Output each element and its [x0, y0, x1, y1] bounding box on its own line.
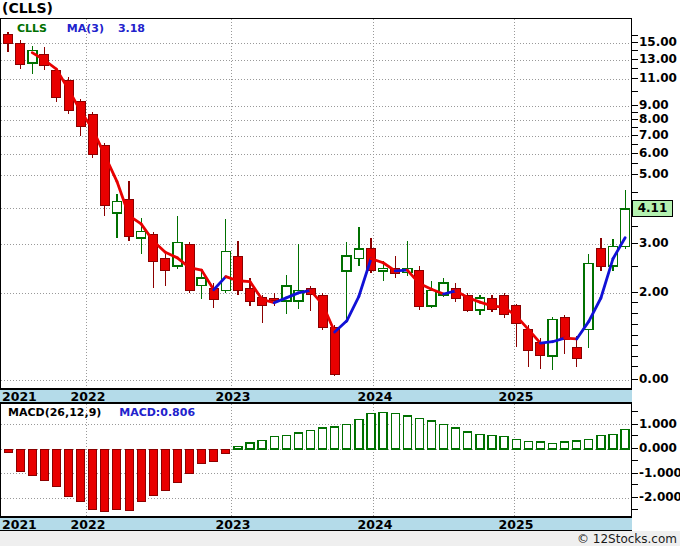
candle-body — [342, 256, 351, 271]
x-axis-band-top: 20212022202320242025 — [0, 389, 632, 403]
macd-bar — [452, 428, 460, 449]
axis-tick — [632, 460, 638, 461]
candle-body — [548, 320, 557, 356]
candle-body — [221, 251, 230, 290]
macd-bar — [573, 441, 581, 449]
watermark-link[interactable]: © 12Stocks.com — [577, 532, 677, 546]
ma-line-segment — [359, 259, 371, 297]
candlestick — [28, 46, 37, 74]
macd-bar — [28, 449, 36, 476]
candlestick — [572, 336, 581, 367]
candle-body — [427, 291, 436, 306]
candle-body — [161, 259, 170, 271]
candlestick — [512, 304, 521, 347]
candle-body — [246, 288, 255, 302]
macd-bar — [210, 449, 218, 461]
axis-tick — [632, 302, 638, 303]
macd-bar — [476, 434, 484, 449]
candlestick — [282, 275, 291, 314]
axis-tick — [632, 313, 638, 314]
price-chart-panel: CLLS MA(3) 3.18 — [0, 18, 632, 389]
macd-bar — [331, 427, 339, 449]
macd-axis-label: 0.000 — [639, 442, 677, 454]
price-axis-label: 13.00 — [639, 53, 677, 65]
price-axis-label: 6.00 — [639, 147, 669, 159]
axis-tick — [632, 50, 638, 51]
macd-bar — [367, 413, 375, 449]
macd-bar — [234, 447, 242, 449]
macd-bar — [391, 413, 399, 449]
ma-line-segment — [395, 270, 407, 271]
price-chart-svg — [1, 19, 631, 388]
macd-bar — [173, 449, 181, 482]
macd-bar — [549, 444, 557, 449]
candlestick — [233, 241, 242, 295]
price-axis-label: 11.00 — [639, 72, 677, 84]
axis-tick — [632, 135, 638, 136]
macd-axis-label: -1.000 — [639, 467, 680, 479]
macd-bar — [125, 449, 133, 510]
macd-bar — [561, 442, 569, 449]
candlestick — [584, 254, 593, 349]
candlestick — [560, 315, 569, 354]
candle-body — [330, 328, 339, 375]
macd-bar — [137, 449, 145, 502]
axis-tick — [632, 105, 638, 106]
axis-tick — [632, 78, 638, 79]
axis-tick — [632, 345, 638, 346]
candle-body — [379, 269, 388, 271]
macd-bar — [77, 449, 85, 502]
macd-bar — [270, 437, 278, 449]
price-axis-label: 9.00 — [639, 99, 669, 111]
axis-tick — [632, 366, 638, 367]
x-axis-year-label: 2022 — [71, 390, 106, 403]
axis-tick — [632, 144, 638, 145]
axis-tick — [632, 435, 638, 436]
macd-bar — [512, 439, 520, 449]
macd-bar — [464, 432, 472, 449]
axis-tick — [632, 35, 638, 36]
candle-body — [16, 43, 25, 65]
axis-tick — [632, 335, 638, 336]
x-axis-year-label: 2025 — [499, 390, 534, 403]
axis-tick — [632, 411, 638, 412]
macd-bar — [343, 425, 351, 450]
ma-line-segment — [565, 338, 577, 339]
macd-bar — [524, 442, 532, 449]
candlestick — [112, 194, 121, 238]
candle-body — [596, 249, 605, 266]
macd-bar — [246, 443, 254, 449]
axis-tick — [632, 91, 638, 92]
axis-tick — [632, 473, 638, 474]
axis-tick — [632, 509, 638, 510]
macd-bar — [319, 428, 327, 449]
x-axis-year-label: 2022 — [71, 518, 106, 531]
axis-tick — [632, 127, 638, 128]
axis-tick — [632, 448, 638, 449]
price-axis-label: 3.00 — [639, 237, 669, 249]
macd-bar — [536, 442, 544, 449]
price-axis-label: 5.00 — [639, 168, 669, 180]
macd-bar — [403, 416, 411, 449]
x-axis-year-label: 2024 — [358, 518, 393, 531]
axis-tick — [632, 174, 638, 175]
macd-bar — [89, 449, 97, 509]
price-axis-label: 8.00 — [639, 113, 669, 125]
price-axis-label: 7.00 — [639, 129, 669, 141]
candle-body — [137, 232, 146, 238]
macd-bar — [282, 436, 290, 449]
candlestick — [161, 254, 170, 286]
axis-tick — [632, 266, 638, 267]
axis-tick — [632, 226, 638, 227]
price-axis-label: 0.00 — [639, 373, 669, 385]
legend-symbol: CLLS — [17, 22, 47, 35]
chart-legend: CLLS MA(3) 3.18 — [17, 22, 145, 35]
macd-params-label: MACD(26,12,9) — [8, 406, 101, 419]
macd-bar — [294, 433, 302, 449]
axis-tick — [632, 42, 638, 43]
macd-bar — [440, 425, 448, 450]
axis-tick — [632, 484, 638, 485]
macd-bar — [585, 439, 593, 449]
macd-value-label: MACD:0.806 — [119, 406, 195, 419]
x-axis-year-label: 2025 — [499, 518, 534, 531]
